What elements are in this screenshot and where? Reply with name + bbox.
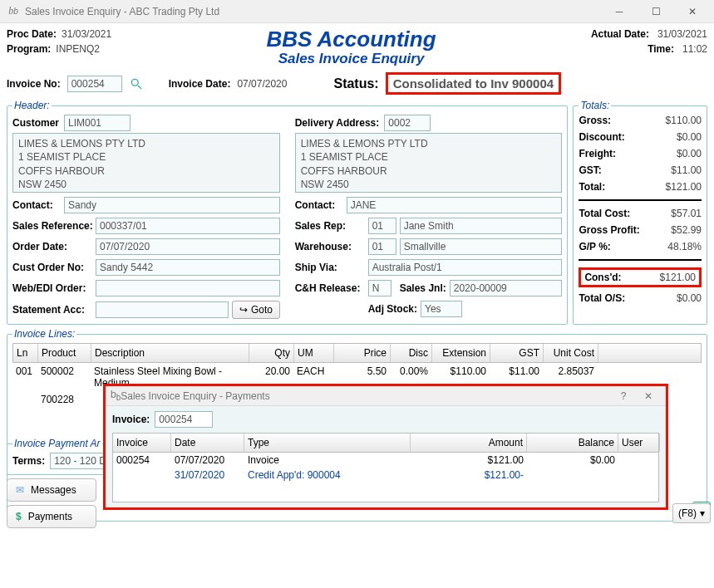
payments-button[interactable]: $ Payments — [7, 505, 96, 528]
orderdate-label: Order Date: — [12, 241, 96, 252]
status-label: Status: — [333, 76, 378, 91]
chevron-down-icon: ▾ — [700, 507, 705, 519]
tcost-label: Total Cost: — [579, 208, 665, 219]
gp-label: Gross Profit: — [579, 224, 665, 236]
program-label: Program: — [7, 43, 51, 55]
popup-close-button[interactable]: ✕ — [636, 390, 661, 402]
total-label: Total: — [579, 181, 665, 193]
app-icon: bb — [111, 389, 121, 402]
window-titlebar: bb Sales Invoice Enquiry - ABC Trading P… — [0, 0, 714, 23]
lines-legend: Invoice Lines: — [12, 328, 76, 340]
window-title: Sales Invoice Enquiry - ABC Trading Pty … — [25, 6, 601, 17]
freight-value: $0.00 — [666, 148, 702, 159]
gross-value: $110.00 — [666, 115, 702, 126]
deliv-address: LIMES & LEMONS PTY LTD 1 SEAMIST PLACE C… — [295, 133, 563, 193]
consd-value: $121.00 — [660, 272, 696, 283]
search-icon[interactable] — [129, 76, 144, 91]
gp-value: $52.99 — [666, 224, 702, 236]
shipvia-label: Ship Via: — [295, 262, 368, 273]
dcontact-input[interactable] — [347, 197, 563, 213]
invoice-no-input[interactable] — [67, 76, 122, 92]
customer-address: LIMES & LEMONS PTY LTD 1 SEAMIST PLACE C… — [12, 133, 280, 193]
header-legend: Header: — [12, 100, 52, 111]
minimize-button[interactable]: ─ — [601, 1, 638, 22]
wh-label: Warehouse: — [295, 241, 368, 252]
goto-button[interactable]: ↪ Goto — [232, 301, 280, 319]
deliv-addr-label: Delivery Address: — [295, 117, 380, 129]
gst-value: $11.00 — [666, 164, 702, 176]
customer-label: Customer — [12, 117, 59, 129]
app-icon: bb — [7, 5, 20, 18]
contact-input[interactable] — [64, 197, 280, 213]
messages-button[interactable]: ✉ Messages — [7, 478, 96, 502]
shipvia-input[interactable] — [368, 259, 563, 276]
adj-label: Adj Stock: — [368, 303, 417, 315]
payments-row[interactable]: 31/07/2020 Credit App'd: 900004 $121.00- — [113, 468, 658, 483]
svg-line-1 — [137, 86, 140, 89]
consd-label: Cons'd: — [584, 272, 659, 283]
svg-point-0 — [131, 79, 138, 86]
ch-input[interactable] — [368, 280, 391, 296]
webedi-label: Web/EDI Order: — [12, 282, 96, 294]
customer-input[interactable] — [64, 115, 130, 131]
help-button[interactable]: ? — [611, 390, 636, 402]
stmtacc-label: Statement Acc: — [12, 304, 96, 316]
f8-button[interactable]: (F8) ▾ — [672, 503, 711, 523]
salesref-input[interactable] — [96, 218, 280, 234]
brand-subtitle: Sales Invoice Enquiry — [266, 51, 436, 67]
jnl-input[interactable] — [450, 280, 563, 296]
jnl-label: Sales Jnl: — [400, 282, 446, 294]
header-fieldset: Header: Customer LIMES & LEMONS PTY LTD … — [7, 100, 568, 325]
payments-row[interactable]: 000254 07/07/2020 Invoice $121.00 $0.00 — [113, 453, 658, 468]
disc-value: $0.00 — [666, 131, 702, 143]
gppct-value: 48.18% — [666, 241, 702, 252]
custorder-label: Cust Order No: — [12, 262, 96, 273]
p-invoice-label: Invoice: — [112, 414, 150, 425]
proc-date-value: 31/03/2021 — [62, 28, 111, 40]
status-value: Consolidated to Inv 900004 — [386, 72, 561, 95]
p-invoice-input[interactable] — [155, 411, 213, 428]
freight-label: Freight: — [579, 148, 665, 159]
proc-date-label: Proc Date: — [7, 28, 57, 40]
dcontact-label: Contact: — [295, 199, 342, 211]
totos-value: $0.00 — [666, 292, 702, 304]
invoice-no-label: Invoice No: — [7, 78, 61, 90]
salesref-label: Sales Reference: — [12, 220, 96, 232]
popup-title: Sales Invoice Enquiry - Payments — [121, 390, 269, 402]
orderdate-input[interactable] — [96, 238, 280, 255]
wh-code[interactable] — [368, 238, 396, 255]
credit-link[interactable]: Credit App'd: 900004 — [244, 468, 411, 483]
ch-label: C&H Release: — [295, 282, 368, 294]
disc-label: Discount: — [579, 131, 665, 143]
deliv-addr-code[interactable] — [384, 115, 431, 131]
custorder-input[interactable] — [96, 259, 280, 276]
payments-header: Invoice Date Type Amount Balance User — [112, 433, 659, 453]
time-value: 11:02 — [682, 43, 707, 55]
webedi-input[interactable] — [96, 280, 280, 296]
salesrep-label: Sales Rep: — [295, 220, 368, 232]
payments-popup: bb Sales Invoice Enquiry - Payments ? ✕ … — [103, 384, 668, 510]
close-button[interactable]: ✕ — [674, 1, 711, 22]
salesrep-name[interactable] — [400, 218, 563, 234]
invoice-date-value: 07/07/2020 — [237, 78, 287, 90]
actual-date-value: 31/03/2021 — [657, 28, 707, 40]
totos-label: Total O/S: — [579, 292, 665, 304]
tcost-value: $57.01 — [666, 208, 702, 219]
gppct-label: G/P %: — [579, 241, 665, 252]
total-value: $121.00 — [666, 181, 702, 193]
ipa-legend: Invoice Payment Ar — [12, 438, 102, 449]
totals-legend: Totals: — [579, 100, 611, 111]
dollar-icon: $ — [16, 511, 22, 522]
terms-label: Terms: — [12, 455, 45, 467]
program-value: INPENQ2 — [56, 43, 100, 55]
stmtacc-input[interactable] — [96, 301, 229, 318]
adj-input[interactable] — [421, 301, 462, 317]
gst-label: GST: — [579, 164, 665, 176]
brand-title: BBS Accounting — [266, 28, 436, 51]
salesrep-code[interactable] — [368, 218, 396, 234]
lines-header: Ln Product Description Qty UM Price Disc… — [12, 343, 702, 363]
wh-name[interactable] — [400, 238, 563, 255]
maximize-button[interactable]: ☐ — [638, 1, 674, 22]
time-label: Time: — [648, 43, 674, 55]
invoice-date-label: Invoice Date: — [169, 78, 231, 90]
